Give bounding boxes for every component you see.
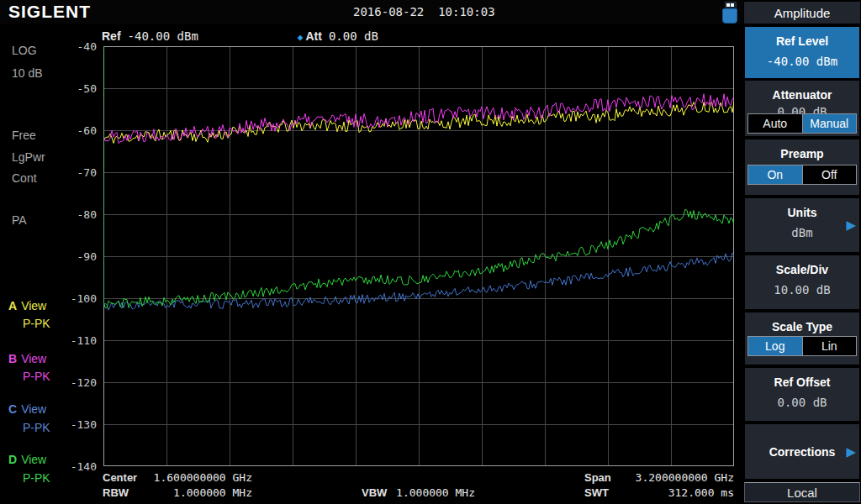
- trace-plot-svg: [103, 46, 734, 466]
- ref-level-button[interactable]: Ref Level -40.00 dBm: [745, 27, 859, 78]
- y-axis-tick-label: -100: [0, 292, 97, 305]
- y-axis-tick-label: -70: [0, 166, 97, 179]
- att-marker-icon: ◆: [298, 32, 304, 43]
- footer-row-1: Center 1.600000000 GHz Span 3.200000000 …: [0, 471, 743, 486]
- preamp-off-button[interactable]: Off: [802, 165, 857, 184]
- swt-label: SWT: [584, 486, 609, 499]
- datetime-display: 2016-08-22 10:10:03: [353, 5, 495, 18]
- y-axis-tick-label: -90: [0, 250, 97, 263]
- attenuator-manual-button[interactable]: Manual: [802, 114, 857, 133]
- spectrum-analyzer-screen: SIGLENT 2016-08-22 10:10:03 Ref-40.00 dB…: [0, 0, 861, 504]
- amplitude-menu: Amplitude Ref Level -40.00 dBm Attenuato…: [743, 0, 861, 504]
- center-freq-value: 1.600000000 GHz: [147, 471, 252, 484]
- submenu-arrow-icon: ▶: [846, 218, 856, 233]
- ref-label: Ref: [102, 29, 121, 43]
- units-button[interactable]: Units dBm ▶: [745, 198, 859, 252]
- attenuator-auto-button[interactable]: Auto: [748, 114, 802, 133]
- top-status-bar: SIGLENT 2016-08-22 10:10:03: [0, 0, 743, 24]
- scale-type-toggle: Log Lin: [747, 336, 857, 356]
- scale-div-button[interactable]: Scale/Div 10.00 dB: [745, 255, 859, 309]
- preamp-toggle: On Off: [747, 165, 857, 185]
- trace-plot-area: [103, 46, 734, 466]
- attenuator-button[interactable]: Attenuator 0.00 dB Auto Manual: [745, 81, 859, 136]
- span-value: 3.200000000 GHz: [618, 471, 734, 484]
- corrections-button[interactable]: Corrections ▶: [745, 424, 859, 479]
- y-axis-tick-label: -50: [0, 82, 97, 95]
- vbw-value: 1.000000 MHz: [387, 486, 475, 499]
- footer-row-2: RBW 1.000000 MHz VBW 1.000000 MHz SWT 31…: [0, 486, 743, 501]
- span-label: Span: [584, 471, 611, 484]
- center-freq-label: Center: [103, 471, 137, 484]
- menu-title: Amplitude: [744, 2, 860, 24]
- scale-type-lin-button[interactable]: Lin: [802, 337, 857, 355]
- scale-type-button[interactable]: Scale Type Log Lin: [745, 312, 859, 365]
- att-label: Att: [305, 29, 321, 43]
- usb-drive-icon: [721, 2, 738, 23]
- attenuator-toggle: Auto Manual: [747, 113, 857, 134]
- vbw-label: VBW: [362, 486, 387, 499]
- swt-value: 312.000 ms: [618, 486, 734, 499]
- y-axis-tick-label: -60: [0, 124, 97, 137]
- local-button[interactable]: Local: [744, 482, 860, 502]
- y-axis-tick-label: -80: [0, 208, 97, 221]
- siglent-logo: SIGLENT: [8, 2, 91, 22]
- y-axis: -40-50-60-70-80-90-100-110-120-130-140: [0, 46, 100, 466]
- usb-body-icon: [722, 8, 737, 24]
- rbw-label: RBW: [103, 486, 129, 499]
- submenu-arrow-icon: ▶: [846, 444, 856, 459]
- ref-value: -40.00 dBm: [128, 29, 198, 43]
- rbw-value: 1.000000 MHz: [147, 486, 252, 499]
- y-axis-tick-label: -40: [0, 40, 97, 53]
- preamp-on-button[interactable]: On: [748, 165, 802, 184]
- y-axis-tick-label: -110: [0, 334, 97, 347]
- y-axis-tick-label: -120: [0, 376, 97, 389]
- att-value: 0.00 dB: [329, 29, 378, 43]
- y-axis-tick-label: -130: [0, 418, 97, 431]
- preamp-button[interactable]: Preamp On Off: [745, 139, 859, 195]
- ref-att-line: Ref-40.00 dBm◆Att0.00 dB: [102, 29, 378, 43]
- ref-offset-button[interactable]: Ref Offset 0.00 dB: [745, 368, 859, 421]
- scale-type-log-button[interactable]: Log: [748, 337, 802, 355]
